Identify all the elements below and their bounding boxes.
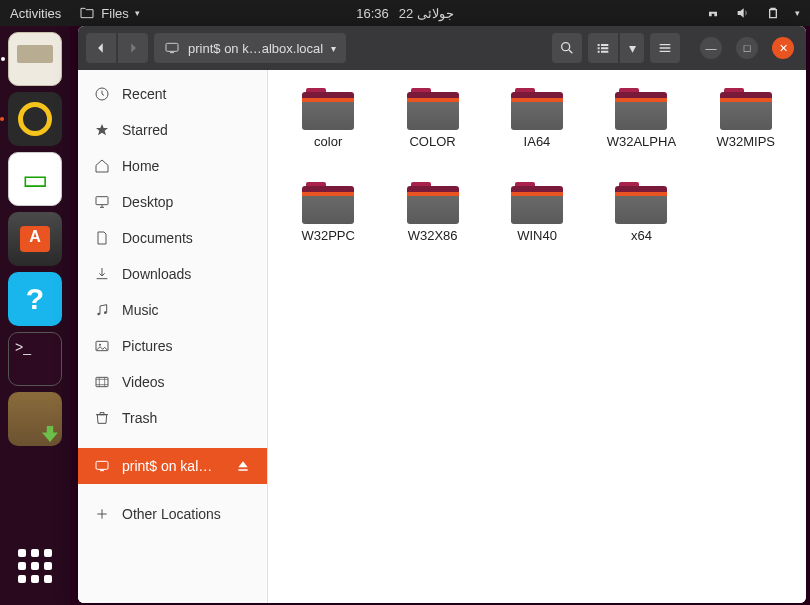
folder-label: W32X86 [408, 228, 458, 243]
app-menu-label: Files [101, 6, 128, 21]
sidebar-item-label: Videos [122, 374, 165, 390]
sidebar-item-pictures[interactable]: Pictures [78, 328, 267, 364]
sidebar-item-trash[interactable]: Trash [78, 400, 267, 436]
search-button[interactable] [552, 33, 582, 63]
dock-libreoffice[interactable]: ▭ [8, 152, 62, 206]
window-maximize-button[interactable]: □ [736, 37, 758, 59]
download-icon [94, 266, 110, 282]
dock-files[interactable] [8, 32, 62, 86]
folder-label: W32PPC [301, 228, 354, 243]
folder-item[interactable]: W32ALPHA [591, 88, 691, 178]
svg-rect-9 [96, 461, 108, 469]
folder-item[interactable]: x64 [591, 182, 691, 272]
eject-icon[interactable] [235, 458, 251, 474]
sidebar-item-label: Home [122, 158, 159, 174]
dock-help[interactable]: ? [8, 272, 62, 326]
svg-point-4 [97, 313, 100, 316]
sidebar-item-documents[interactable]: Documents [78, 220, 267, 256]
music-icon [94, 302, 110, 318]
network-drive-icon [94, 458, 110, 474]
window-minimize-button[interactable]: — [700, 37, 722, 59]
sidebar: Recent Starred Home Desktop Documents Do… [78, 70, 268, 603]
folder-item[interactable]: COLOR [382, 88, 482, 178]
folder-item[interactable]: W32X86 [382, 182, 482, 272]
sidebar-item-label: Documents [122, 230, 193, 246]
sidebar-item-label: Trash [122, 410, 157, 426]
chevron-down-icon: ▾ [331, 43, 336, 54]
folder-icon [511, 88, 563, 130]
sidebar-item-music[interactable]: Music [78, 292, 267, 328]
folder-label: IA64 [524, 134, 551, 149]
chevron-down-icon[interactable]: ▾ [795, 8, 800, 18]
sidebar-item-home[interactable]: Home [78, 148, 267, 184]
window-close-button[interactable]: ✕ [772, 37, 794, 59]
folder-view[interactable]: colorCOLORIA64W32ALPHAW32MIPSW32PPCW32X8… [268, 70, 806, 603]
volume-icon[interactable] [735, 5, 751, 21]
list-icon [595, 40, 611, 56]
path-bar[interactable]: print$ on k…albox.local ▾ [154, 33, 346, 63]
sidebar-item-starred[interactable]: Starred [78, 112, 267, 148]
folder-item[interactable]: IA64 [487, 88, 587, 178]
network-folder-icon [164, 40, 180, 56]
svg-point-1 [562, 43, 570, 51]
folder-item[interactable]: WIN40 [487, 182, 587, 272]
nav-back-button[interactable] [86, 33, 116, 63]
hamburger-icon [657, 40, 673, 56]
sidebar-item-other-locations[interactable]: Other Locations [78, 496, 267, 532]
star-icon [94, 122, 110, 138]
sidebar-item-label: Other Locations [122, 506, 221, 522]
pictures-icon [94, 338, 110, 354]
view-list-button[interactable] [588, 33, 618, 63]
sidebar-item-videos[interactable]: Videos [78, 364, 267, 400]
folder-label: W32MIPS [717, 134, 776, 149]
network-icon[interactable] [705, 5, 721, 21]
dock-package[interactable] [8, 392, 62, 446]
svg-rect-3 [96, 197, 108, 205]
folder-label: W32ALPHA [607, 134, 676, 149]
activities-button[interactable]: Activities [10, 6, 61, 21]
document-icon [94, 230, 110, 246]
app-menu[interactable]: Files ▾ [79, 5, 139, 21]
sidebar-item-downloads[interactable]: Downloads [78, 256, 267, 292]
folder-label: x64 [631, 228, 652, 243]
folder-item[interactable]: color [278, 88, 378, 178]
nav-forward-button[interactable] [118, 33, 148, 63]
folder-icon [720, 88, 772, 130]
plus-icon [94, 506, 110, 522]
svg-rect-8 [96, 377, 108, 386]
svg-point-7 [99, 344, 101, 346]
dock-rhythmbox[interactable] [8, 92, 62, 146]
sidebar-item-mount[interactable]: print$ on kal… [78, 448, 267, 484]
folder-label: COLOR [409, 134, 455, 149]
folder-icon [511, 182, 563, 224]
folder-item[interactable]: W32PPC [278, 182, 378, 272]
sidebar-item-desktop[interactable]: Desktop [78, 184, 267, 220]
folder-icon [407, 88, 459, 130]
sidebar-item-label: Recent [122, 86, 166, 102]
folder-item[interactable]: W32MIPS [696, 88, 796, 178]
clock-icon [94, 86, 110, 102]
folder-icon [615, 182, 667, 224]
desktop-icon [94, 194, 110, 210]
titlebar: print$ on k…albox.local ▾ ▾ — □ ✕ [78, 26, 806, 70]
clock-date: جولائی 22 [399, 6, 454, 21]
top-panel: Activities Files ▾ 16:36 جولائی 22 ▾ [0, 0, 810, 26]
search-icon [559, 40, 575, 56]
sidebar-item-recent[interactable]: Recent [78, 76, 267, 112]
svg-point-5 [104, 311, 107, 314]
view-menu-button[interactable]: ▾ [620, 33, 644, 63]
folder-icon [302, 88, 354, 130]
folder-icon [302, 182, 354, 224]
sidebar-item-label: Downloads [122, 266, 191, 282]
dock-terminal[interactable]: >_ [8, 332, 62, 386]
dock-software[interactable] [8, 212, 62, 266]
sidebar-item-label: Desktop [122, 194, 173, 210]
sidebar-item-label: Starred [122, 122, 168, 138]
battery-icon[interactable] [765, 5, 781, 21]
sidebar-item-label: Music [122, 302, 159, 318]
folder-label: color [314, 134, 342, 149]
clock-time[interactable]: 16:36 [356, 6, 389, 21]
dock-show-applications[interactable] [8, 539, 62, 593]
files-window: print$ on k…albox.local ▾ ▾ — □ ✕ Recent [78, 26, 806, 603]
hamburger-menu-button[interactable] [650, 33, 680, 63]
